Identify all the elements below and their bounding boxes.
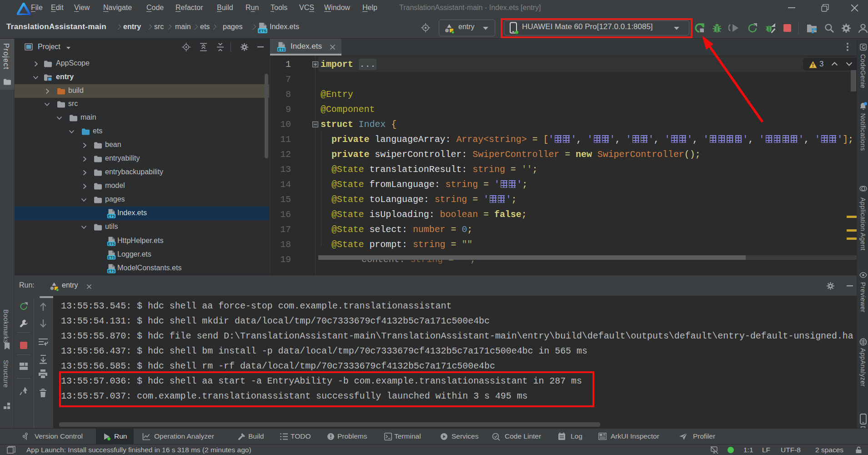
svg-text:ETS: ETS [108, 256, 115, 260]
svg-text:ETS: ETS [108, 214, 115, 218]
svg-text:ETS: ETS [259, 29, 267, 33]
svg-text:ETS: ETS [278, 48, 286, 52]
svg-text:ETS: ETS [108, 269, 115, 273]
svg-text:ETS: ETS [108, 242, 115, 246]
